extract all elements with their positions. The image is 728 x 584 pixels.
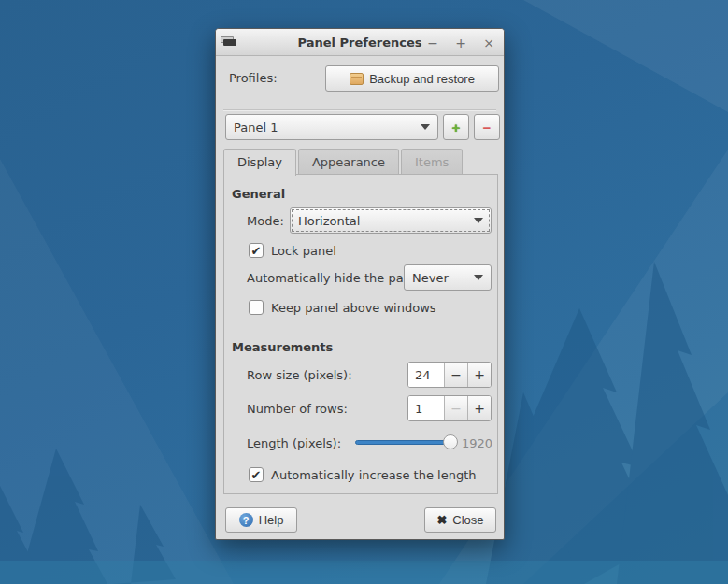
autohide-dropdown[interactable]: Never (404, 264, 492, 291)
rows-increment-button[interactable]: + (467, 396, 491, 420)
rows-input[interactable] (408, 396, 444, 420)
row-size-increment-button[interactable]: + (467, 363, 491, 387)
auto-increase-label: Automatically increase the length (271, 468, 477, 482)
add-panel-button[interactable]: + (443, 114, 469, 140)
general-heading: General (232, 187, 285, 201)
lock-panel-checkbox[interactable]: ✔ (249, 243, 264, 258)
tab-items[interactable]: Items (401, 149, 463, 175)
close-window-icon[interactable]: × (481, 36, 496, 50)
tab-display[interactable]: Display (223, 149, 296, 176)
row-size-label: Row size (pixels): (247, 368, 352, 382)
autohide-label: Automatically hide the panel: (247, 271, 426, 285)
rows-spinbox: − + (407, 395, 492, 421)
panel-preferences-dialog: Panel Preferences − + × Profiles: Backup… (215, 28, 505, 540)
keep-above-checkbox[interactable] (249, 300, 264, 315)
keep-above-label: Keep panel above windows (271, 301, 436, 315)
close-button-label: Close (452, 513, 483, 527)
mode-label: Mode: (247, 214, 284, 228)
measurements-heading: Measurements (232, 340, 333, 354)
lock-panel-label: Lock panel (271, 244, 336, 258)
row-size-input[interactable] (408, 363, 444, 387)
chevron-down-icon (421, 124, 430, 130)
chevron-down-icon (474, 218, 483, 223)
panel-select-value: Panel 1 (234, 121, 415, 135)
length-slider[interactable] (355, 434, 456, 449)
length-value: 1920 (462, 436, 492, 450)
slider-handle[interactable] (443, 434, 458, 449)
rows-label: Number of rows: (247, 402, 348, 416)
panel-select-dropdown[interactable]: Panel 1 (225, 114, 438, 140)
lock-panel-row: ✔ Lock panel (249, 243, 336, 258)
keep-above-row: Keep panel above windows (249, 300, 436, 315)
mode-value: Horizontal (298, 214, 468, 228)
desktop-wallpaper: Panel Preferences − + × Profiles: Backup… (0, 0, 728, 584)
close-x-icon: ✖ (436, 513, 447, 527)
profiles-label: Profiles: (229, 71, 278, 85)
titlebar[interactable]: Panel Preferences − + × (216, 29, 504, 56)
maximize-icon[interactable]: + (453, 36, 468, 50)
tab-bar: Display Appearance Items (223, 149, 464, 176)
autohide-value: Never (412, 271, 468, 285)
help-button-label: Help (259, 513, 284, 527)
backup-button-label: Backup and restore (369, 72, 475, 86)
remove-panel-button[interactable]: − (474, 114, 500, 140)
profiles-row: Profiles: Backup and restore (216, 56, 504, 100)
archive-box-icon (350, 73, 364, 85)
row-size-spinbox: − + (407, 362, 492, 388)
row-size-decrement-button[interactable]: − (444, 363, 467, 387)
rows-decrement-button[interactable]: − (444, 396, 467, 420)
help-button[interactable]: ? Help (225, 507, 297, 533)
tab-appearance[interactable]: Appearance (298, 149, 399, 175)
display-tab-panel: General Mode: Horizontal ✔ Lock panel Au… (223, 174, 498, 494)
panel-selector-row: Panel 1 + − (216, 110, 504, 148)
mode-dropdown[interactable]: Horizontal (290, 207, 492, 234)
backup-and-restore-button[interactable]: Backup and restore (325, 65, 499, 92)
length-label: Length (pixels): (247, 436, 341, 450)
auto-increase-checkbox[interactable]: ✔ (249, 467, 264, 482)
panel-app-icon (221, 36, 238, 49)
close-button[interactable]: ✖ Close (424, 507, 496, 533)
minimize-icon[interactable]: − (425, 36, 440, 50)
chevron-down-icon (474, 275, 483, 280)
auto-increase-row: ✔ Automatically increase the length (249, 467, 477, 482)
slider-track (355, 440, 456, 445)
help-question-icon: ? (239, 513, 253, 527)
